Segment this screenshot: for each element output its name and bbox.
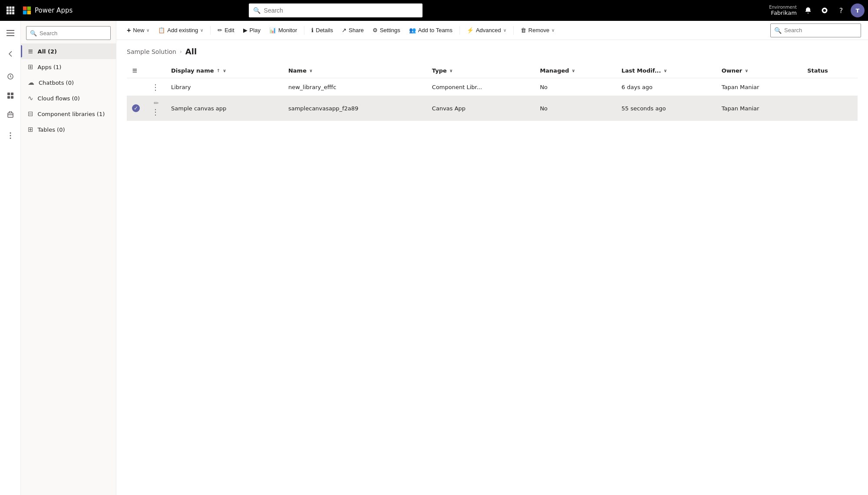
details-icon: ℹ <box>311 27 314 33</box>
add-existing-icon: 📋 <box>158 27 165 33</box>
add-existing-chevron: ∨ <box>200 28 203 33</box>
svg-rect-0 <box>7 7 9 9</box>
add-existing-label: Add existing <box>167 27 198 33</box>
col-header-name[interactable]: Name ∨ <box>283 63 427 78</box>
sidebar-item-apps[interactable]: ⊞Apps (1) <box>21 59 116 75</box>
global-search-input[interactable] <box>264 7 418 14</box>
svg-rect-6 <box>7 12 9 14</box>
col-header-owner[interactable]: Owner ∨ <box>716 63 802 78</box>
row-edit-icon[interactable]: ✏ <box>154 100 159 106</box>
svg-rect-13 <box>7 30 14 31</box>
new-button[interactable]: + New ∨ <box>123 23 153 37</box>
col-header-last-modified[interactable]: Last Modif... ∨ <box>616 63 716 78</box>
svg-rect-5 <box>12 10 14 12</box>
sidebar-item-cloudflows[interactable]: ∿Cloud flows (0) <box>21 90 116 106</box>
advanced-button[interactable]: ⚡ Advanced ∨ <box>463 23 510 37</box>
svg-point-23 <box>10 133 11 134</box>
cmd-divider-3 <box>459 26 460 35</box>
row-actions-cell: ✏⋮ <box>145 96 166 121</box>
owner-sort-icon: ∨ <box>745 68 748 73</box>
row-check-icon[interactable]: ✓ <box>132 104 140 112</box>
sidebar-item-all[interactable]: ≡All (2) <box>21 43 116 59</box>
cmd-divider-1 <box>210 26 211 35</box>
sidebar-item-chatbots[interactable]: ☁Chatbots (0) <box>21 75 116 90</box>
row-check-icon[interactable] <box>132 83 140 91</box>
breadcrumb: Sample Solution › All <box>127 47 858 56</box>
command-search-box[interactable]: 🔍 <box>770 23 861 37</box>
cmd-search-icon: 🔍 <box>774 27 782 34</box>
row-ellipsis-button[interactable]: ⋮ <box>150 106 161 117</box>
sidebar-item-tables[interactable]: ⊞Tables (0) <box>21 122 116 137</box>
share-button[interactable]: ↗ Share <box>338 23 367 37</box>
cell-last_modified: 6 days ago <box>616 78 716 96</box>
col-header-managed[interactable]: Managed ∨ <box>535 63 616 78</box>
cell-display_name: Library <box>166 78 283 96</box>
command-search-input[interactable] <box>784 27 857 33</box>
rail-back[interactable] <box>2 45 19 63</box>
table-row[interactable]: ⋮Librarynew_library_efffcComponent Libr.… <box>127 78 858 96</box>
app-logo[interactable]: Power Apps <box>23 6 73 15</box>
svg-rect-20 <box>11 96 13 99</box>
svg-rect-2 <box>12 7 14 9</box>
search-icon: 🔍 <box>253 7 261 14</box>
sidebar-icon-componentlibs: ⊟ <box>28 110 33 118</box>
main-layout: 🔍 ≡All (2)⊞Apps (1)☁Chatbots (0)∿Cloud f… <box>0 21 868 495</box>
settings-button[interactable]: ⚙ Settings <box>369 23 404 37</box>
rail-solutions[interactable] <box>2 106 19 123</box>
monitor-button[interactable]: 📊 Monitor <box>266 23 300 37</box>
col-header-display-name[interactable]: Display name ↑ ∨ <box>166 63 283 78</box>
environment-name: Fabrikam <box>771 10 797 16</box>
environment-label: Environment <box>769 5 797 10</box>
edit-icon: ✏ <box>218 27 222 33</box>
add-existing-button[interactable]: 📋 Add existing ∨ <box>155 23 207 37</box>
type-sort-icon: ∨ <box>449 68 453 73</box>
svg-rect-18 <box>11 93 13 95</box>
sidebar-search-box[interactable]: 🔍 <box>26 26 111 40</box>
new-icon: + <box>127 27 131 34</box>
add-to-teams-button[interactable]: 👥 Add to Teams <box>406 23 456 37</box>
remove-button[interactable]: 🗑 Remove ∨ <box>517 23 558 37</box>
row-checkbox[interactable]: ✓ <box>127 96 145 121</box>
select-all-header[interactable]: ≡ <box>127 63 145 78</box>
row-actions-cell: ⋮ <box>145 78 166 96</box>
edit-button[interactable]: ✏ Edit <box>214 23 238 37</box>
content-area: + New ∨ 📋 Add existing ∨ ✏ Edit ▶ Play 📊… <box>116 21 868 495</box>
managed-sort-icon: ∨ <box>572 68 575 73</box>
sidebar-label-apps: Apps (1) <box>38 64 62 70</box>
settings-icon: ⚙ <box>373 27 378 33</box>
waffle-button[interactable] <box>3 3 17 17</box>
col-header-status[interactable]: Status <box>802 63 858 78</box>
cmd-divider-2 <box>304 26 304 35</box>
global-search-box[interactable]: 🔍 <box>249 3 422 17</box>
rail-apps[interactable] <box>2 87 19 104</box>
breadcrumb-separator: › <box>180 49 182 55</box>
play-button[interactable]: ▶ Play <box>240 23 264 37</box>
avatar[interactable]: T <box>851 3 865 17</box>
sidebar-search-input[interactable] <box>40 30 112 37</box>
rail-more[interactable] <box>2 127 19 144</box>
advanced-icon: ⚡ <box>467 27 474 33</box>
rail-recent[interactable] <box>2 68 19 85</box>
col-header-type[interactable]: Type ∨ <box>427 63 535 78</box>
sidebar-item-componentlibs[interactable]: ⊟Component libraries (1) <box>21 106 116 122</box>
sidebar-icon-all: ≡ <box>28 47 33 55</box>
svg-point-25 <box>10 138 11 139</box>
table-row[interactable]: ✓✏⋮Sample canvas appsamplecanvasapp_f2a8… <box>127 96 858 121</box>
command-bar: + New ∨ 📋 Add existing ∨ ✏ Edit ▶ Play 📊… <box>116 21 868 40</box>
rail-menu[interactable] <box>2 24 19 42</box>
notifications-button[interactable] <box>801 3 815 17</box>
row-ellipsis-button[interactable]: ⋮ <box>150 82 161 92</box>
row-checkbox[interactable] <box>127 78 145 96</box>
settings-button[interactable] <box>818 3 832 17</box>
cell-owner: Tapan Maniar <box>716 96 802 121</box>
advanced-label: Advanced <box>476 27 501 33</box>
remove-chevron: ∨ <box>551 28 554 33</box>
lastmod-sort-icon: ∨ <box>663 68 667 73</box>
svg-rect-9 <box>23 7 27 10</box>
svg-rect-17 <box>7 93 10 95</box>
settings-label: Settings <box>380 27 400 33</box>
breadcrumb-parent[interactable]: Sample Solution <box>127 48 176 55</box>
help-button[interactable]: ? <box>834 3 848 17</box>
cell-type: Canvas App <box>427 96 535 121</box>
details-button[interactable]: ℹ Details <box>308 23 337 37</box>
